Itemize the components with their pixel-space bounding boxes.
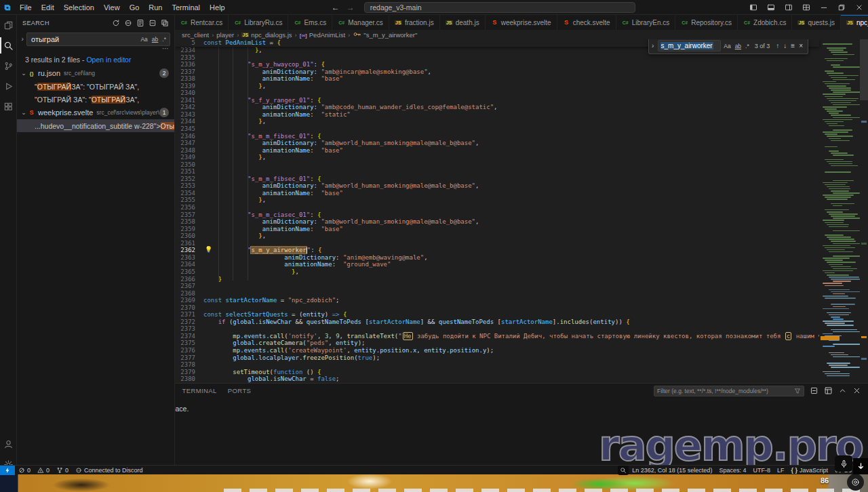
tab-Rentcar.cs[interactable]: C#Rentcar.cs <box>175 15 229 30</box>
command-center[interactable]: redage_v3-main <box>364 2 635 13</box>
find-regex-icon[interactable]: .* <box>744 42 751 50</box>
tab-Ems.cs[interactable]: C#Ems.cs <box>288 15 332 30</box>
match-case-icon[interactable]: Aa <box>139 35 149 43</box>
tab-check.svelte[interactable]: Scheck.svelte <box>557 15 616 30</box>
code-line[interactable]: 2340 <box>175 89 819 97</box>
find-collapse-icon[interactable]: › <box>652 42 658 49</box>
warnings-status[interactable]: 0 <box>34 466 53 475</box>
code-line[interactable]: 2337animDictionary: "amb@incar@male@smok… <box>175 68 819 76</box>
code-line[interactable]: 2345 <box>175 125 819 133</box>
tab-quests.js[interactable]: JSquests.js <box>792 15 840 30</box>
menu-help[interactable]: Help <box>205 0 230 15</box>
collapse-all-icon[interactable] <box>149 19 157 27</box>
code-line[interactable]: 2375global.createCamera("peds", entity); <box>175 340 819 347</box>
editor-pane[interactable]: 2334},23352336"s_m_y_hwaycop_01": {2337a… <box>175 39 868 383</box>
code-line[interactable]: 2342animDictionary: "amb@code_human_wand… <box>175 104 819 111</box>
discord-status[interactable]: Connected to Discord <box>72 466 146 475</box>
code-line[interactable]: 2359animationName: "base" <box>175 226 819 233</box>
code-line[interactable]: 2374mp.events.call('notify', 3, 9, trans… <box>175 333 819 340</box>
code-line[interactable]: 2339}, <box>175 83 819 90</box>
code-line[interactable]: 2341"s_f_y_ranger_01": { <box>175 97 819 104</box>
search-result-file[interactable]: ⌄Sweekprise.sveltesrc_cef\src\views\play… <box>17 106 174 119</box>
code-line[interactable]: 2352"s_m_m_fibsec_01": { <box>175 176 819 183</box>
restore-button[interactable] <box>833 0 850 15</box>
layout-bottom-button[interactable] <box>762 0 780 15</box>
open-editor-icon[interactable] <box>161 19 169 27</box>
search-result-file[interactable]: ⌄{}ru.jsonsrc_cef\lang2 <box>17 66 174 80</box>
code-line[interactable]: 2370 <box>175 304 819 312</box>
code-line[interactable]: 2373 <box>175 325 819 333</box>
code-line[interactable]: 2336"s_m_y_hwaycop_01": { <box>175 61 819 68</box>
code-line[interactable]: 2379setTimeout(function () { <box>175 369 819 376</box>
code-line[interactable]: 2357"s_m_m_ciasec_01": { <box>175 211 819 219</box>
layout-grid-button[interactable] <box>797 0 815 15</box>
code-line[interactable]: 2377global.localplayer.freezePosition(tr… <box>175 354 819 362</box>
tab-weekprise.svelte[interactable]: Sweekprise.svelte <box>486 15 557 30</box>
breadcrumb-item[interactable]: "s_m_y_airworker" <box>353 30 417 40</box>
code-line[interactable]: 2335 <box>175 54 819 62</box>
whole-word-icon[interactable]: ab <box>151 35 159 43</box>
chevron-up-icon[interactable] <box>838 386 847 395</box>
activity-source-control[interactable] <box>0 56 17 76</box>
close-button[interactable] <box>850 0 868 15</box>
code-line[interactable]: 2364animationName: "ground_wave" <box>175 261 819 268</box>
find-match-case-icon[interactable]: Aa <box>722 42 732 50</box>
cursor-position[interactable]: Ln 2362, Col 18 (15 selected) <box>629 466 715 475</box>
eol[interactable]: LF <box>774 466 788 475</box>
code-line[interactable]: 2348animationName: "base" <box>175 147 819 155</box>
clear-results-icon[interactable] <box>124 19 132 27</box>
menu-terminal[interactable]: Terminal <box>167 0 205 15</box>
panel-tab-terminal[interactable]: TERMINAL <box>182 384 217 398</box>
code-line[interactable]: 2338animationName: "base" <box>175 75 819 83</box>
tab-death.js[interactable]: JSdeath.js <box>440 15 486 30</box>
find-next-icon[interactable]: ↓ <box>783 42 787 49</box>
errors-status[interactable]: 0 <box>15 466 34 475</box>
code-line[interactable]: 2366} <box>175 276 819 283</box>
nav-back-icon[interactable]: ← <box>332 3 340 12</box>
breadcrumb-item[interactable]: JSnpc_dialogs.js <box>241 31 292 39</box>
find-input[interactable]: s_m_y_airworker <box>658 40 722 52</box>
breadcrumb-item[interactable]: [∞]PedAnimList <box>300 31 345 39</box>
find-whole-word-icon[interactable]: ab <box>734 42 743 50</box>
menu-go[interactable]: Go <box>125 0 144 15</box>
encoding[interactable]: UTF-8 <box>749 466 774 475</box>
layout-right-button[interactable] <box>780 0 797 15</box>
activity-run-debug[interactable] <box>0 76 17 96</box>
search-match-row[interactable]: ...hudevo__notification_subtitle w-228">… <box>17 119 174 132</box>
code-line[interactable]: 2350 <box>175 161 819 169</box>
find-close-icon[interactable]: × <box>799 42 803 49</box>
search-match-row[interactable]: "ОТЫГРАЙ ЗА": "ОТЫГРАЙ ЗА", <box>17 80 174 93</box>
code-line[interactable]: 2346"s_m_m_fibsec_01": { <box>175 133 819 140</box>
code-line[interactable]: 2362"s_m_y_airworker": { <box>175 247 819 254</box>
tab-Zdobich.cs[interactable]: C#Zdobich.cs <box>738 15 792 30</box>
code-line[interactable]: 2354animationName: "base" <box>175 190 819 197</box>
code-line[interactable]: 2368 <box>175 290 819 298</box>
code-line[interactable]: 2343animationName: "static" <box>175 111 819 119</box>
code-line[interactable]: 2371const selectStartQuests = (entity) =… <box>175 311 819 319</box>
tab-Manager.cs[interactable]: C#Manager.cs <box>332 15 389 30</box>
menu-view[interactable]: View <box>99 0 125 15</box>
search-input[interactable]: отыграй Aa ab .* <box>26 33 170 46</box>
refresh-icon[interactable] <box>112 19 120 27</box>
collapse-all-icon[interactable] <box>810 386 818 395</box>
code-line[interactable]: 2380global.isNewChar = false; <box>175 375 819 383</box>
layout-left-button[interactable] <box>745 0 762 15</box>
code-line[interactable]: 2353animDictionary: "amb@world_human_smo… <box>175 182 819 190</box>
code-line[interactable]: 2378 <box>175 361 819 369</box>
scrollbar[interactable] <box>860 39 868 383</box>
code-line[interactable]: 2356 <box>175 204 819 211</box>
code-line[interactable]: 2360}, <box>175 232 819 240</box>
close-icon[interactable] <box>852 386 861 395</box>
new-search-editor-icon[interactable] <box>136 19 144 27</box>
language-mode[interactable]: { }JavaScript <box>787 466 831 475</box>
menu-selection[interactable]: Selection <box>59 0 99 15</box>
tab-LibraryEn.cs[interactable]: C#LibraryEn.cs <box>616 15 676 30</box>
code-line[interactable]: 2369const startActorName = "npc_zdobich"… <box>175 297 819 304</box>
menu-run[interactable]: Run <box>144 0 167 15</box>
code-line[interactable]: 2347animDictionary: "amb@world_human_smo… <box>175 140 819 147</box>
minimap[interactable] <box>819 39 860 383</box>
code-line[interactable]: 2355}, <box>175 197 819 204</box>
tab-npc_dialogs.js[interactable]: JSnpc_dialogs.js× <box>841 15 868 30</box>
tab-LibraryRu.cs[interactable]: C#LibraryRu.cs <box>229 15 288 30</box>
code-line[interactable]: 2351 <box>175 168 819 176</box>
